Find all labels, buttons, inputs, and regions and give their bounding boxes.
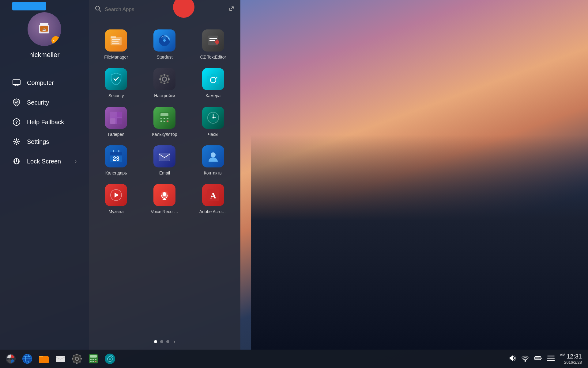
taskbar-mail[interactable] <box>53 351 68 366</box>
kamera-icon <box>202 68 224 90</box>
volume-icon[interactable] <box>508 354 516 364</box>
app-email-label: Email <box>159 171 170 175</box>
app-muzyka[interactable]: Музыка <box>92 180 140 218</box>
settings-icon <box>71 353 82 364</box>
taskbar-launcher[interactable] <box>3 351 18 366</box>
app-adobeacro[interactable]: A Adobe Acrob... <box>189 180 237 218</box>
taskbar-right: AM12:31 2016/2/28 <box>508 353 585 365</box>
sidebar-nav: Computer Security ? Hel <box>0 74 89 170</box>
svg-rect-0 <box>40 23 48 25</box>
monitor-icon <box>12 79 21 87</box>
svg-rect-101 <box>90 355 97 358</box>
svg-point-93 <box>76 362 78 364</box>
svg-point-25 <box>162 77 167 81</box>
svg-rect-15 <box>111 36 116 38</box>
svg-rect-67 <box>159 153 170 161</box>
svg-point-28 <box>164 82 165 84</box>
page-dot-3[interactable] <box>166 340 169 343</box>
wifi-icon[interactable] <box>521 354 529 364</box>
menu-overlay: ☕ LITE nickmeller Computer <box>0 0 240 350</box>
nastroyki-icon <box>153 68 175 90</box>
taskbar-browser[interactable] <box>20 351 35 366</box>
app-cztexteditor-label: CZ TextEditor <box>200 55 226 59</box>
svg-rect-52 <box>167 121 168 122</box>
svg-rect-16 <box>112 39 120 40</box>
svg-rect-46 <box>160 113 168 116</box>
app-filemanager-label: FileManager <box>104 55 128 59</box>
app-voicerecord[interactable]: Voice Record... <box>140 180 189 218</box>
page-dot-2[interactable] <box>160 340 163 343</box>
sidebar-item-security[interactable]: Security <box>6 94 83 111</box>
app-nastroyki[interactable]: Настройки <box>140 64 189 102</box>
sidebar-item-security-label: Security <box>27 99 77 106</box>
app-stardust[interactable]: Stardust <box>140 25 189 64</box>
pagination-next-arrow[interactable]: › <box>174 338 175 345</box>
svg-point-69 <box>211 152 216 157</box>
gear-icon <box>12 137 21 146</box>
svg-point-94 <box>72 358 74 360</box>
svg-point-34 <box>167 82 169 83</box>
app-kalkulator[interactable]: × − + Калькулятор <box>140 102 189 141</box>
app-muzyka-label: Музыка <box>108 209 124 214</box>
svg-rect-40 <box>110 112 115 117</box>
svg-point-30 <box>168 78 170 80</box>
lockscreen-arrow-icon: › <box>75 159 77 164</box>
app-email[interactable]: Email <box>140 141 189 180</box>
svg-rect-43 <box>117 118 122 124</box>
svg-point-32 <box>167 75 169 77</box>
svg-rect-106 <box>92 361 94 362</box>
sidebar-item-help[interactable]: ? Help Fallback <box>6 113 83 131</box>
app-security[interactable]: Security <box>92 64 140 102</box>
app-kontakty-label: Контакты <box>204 171 222 175</box>
avatar[interactable]: ☕ LITE <box>28 12 61 46</box>
taskbar-camera[interactable] <box>102 351 118 366</box>
svg-rect-103 <box>92 359 94 360</box>
sidebar-item-computer-label: Computer <box>27 79 77 86</box>
avatar-badge: LITE <box>51 36 60 45</box>
top-blue-bar <box>12 2 46 10</box>
svg-point-37 <box>212 79 215 82</box>
kontakty-icon <box>202 145 224 167</box>
sidebar-item-computer[interactable]: Computer <box>6 74 83 91</box>
app-kontakty[interactable]: Контакты <box>189 141 237 180</box>
svg-rect-105 <box>90 361 92 362</box>
svg-rect-107 <box>95 361 96 362</box>
clock-date: 2016/2/28 <box>560 360 582 365</box>
svg-rect-50 <box>160 121 162 122</box>
menu-icon[interactable] <box>547 354 555 364</box>
sidebar-item-lockscreen[interactable]: Lock Screen › <box>6 153 83 170</box>
app-cztexteditor[interactable]: CZ TextEditor <box>189 25 237 64</box>
sidebar-item-help-label: Help Fallback <box>27 119 77 126</box>
app-chasy[interactable]: Часы <box>189 102 237 141</box>
svg-rect-4 <box>13 80 20 85</box>
svg-text:23: 23 <box>113 155 119 162</box>
filemanager-icon <box>105 29 127 52</box>
sidebar-item-settings[interactable]: Settings <box>6 133 83 150</box>
app-galereja[interactable]: g Галерея <box>92 102 140 141</box>
svg-point-99 <box>79 361 81 363</box>
app-filemanager[interactable]: FileManager <box>92 25 140 64</box>
svg-point-20 <box>163 39 166 42</box>
wallpaper-rocks <box>251 135 588 350</box>
svg-point-98 <box>73 361 75 363</box>
svg-text:☕: ☕ <box>42 28 46 32</box>
top-bar <box>0 0 588 13</box>
app-kamera[interactable]: Камера <box>189 64 237 102</box>
taskbar-calculator[interactable] <box>86 351 101 366</box>
chasy-icon <box>202 107 224 129</box>
page-dot-1[interactable] <box>154 340 157 343</box>
svg-point-33 <box>160 82 162 83</box>
app-kalkulator-label: Калькулятор <box>152 132 177 137</box>
svg-rect-88 <box>56 356 65 362</box>
camera-icon <box>104 353 115 364</box>
app-kalendar-label: Календарь <box>105 171 127 175</box>
taskbar-files[interactable] <box>36 351 51 366</box>
app-nastroyki-label: Настройки <box>154 93 175 98</box>
svg-point-111 <box>109 358 111 360</box>
app-kalendar[interactable]: 23 Календарь <box>92 141 140 180</box>
taskbar-settings2[interactable] <box>69 351 85 366</box>
battery-icon[interactable] <box>534 354 542 364</box>
propeller-icon <box>5 353 16 364</box>
svg-point-97 <box>79 355 81 357</box>
security-icon <box>105 68 127 90</box>
